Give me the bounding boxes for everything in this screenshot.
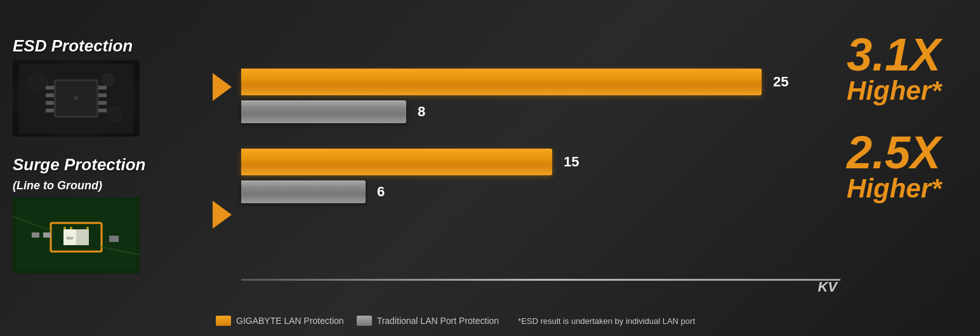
esd-protection-section: ESD Protection: [13, 37, 140, 137]
svg-point-24: [70, 227, 72, 229]
esd-bar-group: 25 8: [241, 69, 840, 123]
svg-rect-29: [241, 279, 840, 281]
esd-multiplier: 3.1X Higher*: [847, 32, 961, 104]
surge-orange-bar-row: 15: [241, 149, 840, 175]
svg-rect-7: [46, 93, 54, 97]
legend-item-orange: GIGABYTE LAN Protection: [216, 316, 344, 326]
svg-rect-9: [46, 109, 54, 112]
svg-rect-11: [98, 93, 107, 97]
svg-rect-19: [76, 229, 89, 245]
esd-section: ESD Protection: [13, 37, 209, 137]
esd-multiplier-number: 3.1X: [847, 32, 941, 77]
esd-orange-bar: [241, 69, 762, 95]
svg-point-2: [107, 107, 122, 122]
svg-point-23: [63, 227, 66, 229]
surge-bar-group: 15 6: [241, 149, 840, 203]
svg-point-3: [102, 73, 114, 86]
main-container: ESD Protection: [0, 0, 980, 336]
multiplier-area: 3.1X Higher* 2.5X Higher*: [840, 13, 967, 272]
surge-orange-bar: [241, 149, 552, 175]
legend-gray-label: Traditional LAN Port Protection: [377, 316, 499, 326]
legend-orange-label: GIGABYTE LAN Protection: [236, 316, 344, 326]
esd-orange-value: 25: [773, 74, 788, 90]
surge-multiplier-label: Higher*: [847, 175, 941, 202]
left-panel: ESD Protection: [0, 0, 216, 336]
surge-gray-bar-row: 6: [241, 180, 840, 203]
svg-rect-20: [32, 232, 39, 238]
surge-orange-value: 15: [564, 154, 579, 170]
esd-gray-value: 8: [418, 104, 425, 120]
svg-point-1: [29, 73, 48, 92]
legend: GIGABYTE LAN Protection Traditional LAN …: [216, 316, 695, 326]
surge-label: Surge Protection: [13, 156, 145, 174]
surge-protection-section: Surge Protection (Line to Ground): [13, 156, 145, 274]
surge-section: Surge Protection (Line to Ground): [13, 156, 209, 274]
svg-rect-12: [98, 101, 107, 105]
svg-rect-21: [43, 232, 51, 238]
legend-gray-box: [357, 316, 372, 326]
svg-rect-10: [98, 86, 107, 90]
svg-rect-8: [46, 101, 54, 105]
surge-multiplier: 2.5X Higher*: [847, 130, 961, 202]
esd-gray-bar-row: 8: [241, 100, 840, 123]
svg-point-25: [86, 227, 89, 229]
svg-rect-6: [46, 86, 54, 90]
svg-text:IC: IC: [74, 95, 79, 101]
surge-gray-bar: [241, 180, 366, 203]
esd-chip-image: IC: [13, 60, 140, 137]
legend-note: *ESD result is undertaken by individual …: [518, 316, 695, 326]
surge-multiplier-number: 2.5X: [847, 130, 941, 175]
kv-label: KV: [241, 279, 837, 295]
svg-rect-13: [98, 109, 107, 112]
x-axis-container: [241, 272, 840, 274]
chart-area: 25 8 15: [216, 0, 980, 336]
esd-label: ESD Protection: [13, 37, 140, 55]
esd-multiplier-label: Higher*: [847, 77, 941, 104]
esd-gray-bar: [241, 100, 406, 123]
svg-text:050: 050: [67, 236, 74, 240]
legend-item-gray: Traditional LAN Port Protection: [357, 316, 499, 326]
esd-orange-bar-row: 25: [241, 69, 840, 95]
surge-chip-image: 050: [13, 198, 140, 274]
surge-sublabel: (Line to Ground): [13, 179, 145, 192]
legend-orange-box: [216, 316, 231, 326]
bars-container: 25 8 15: [241, 69, 840, 216]
surge-gray-value: 6: [377, 184, 385, 200]
svg-rect-22: [109, 236, 119, 242]
